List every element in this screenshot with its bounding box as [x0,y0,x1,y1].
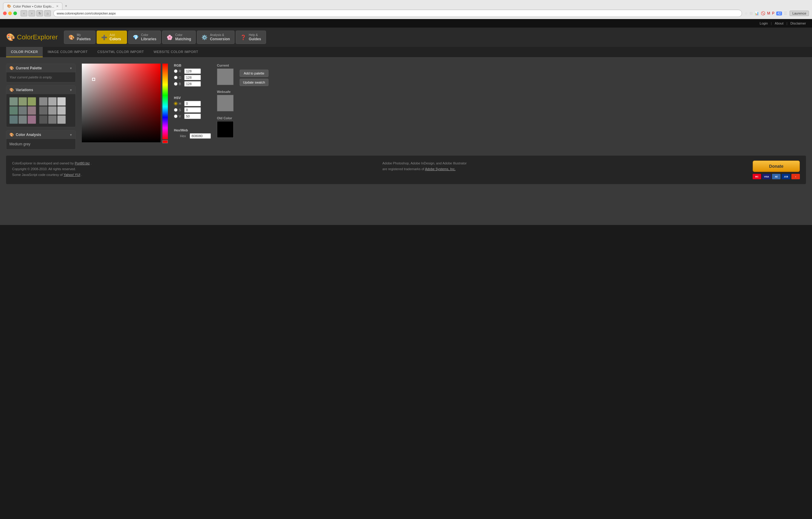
menu-icon[interactable]: ☰ [784,11,787,16]
bookmark-icon[interactable]: ☆ [745,11,748,16]
gmail-icon[interactable]: M [767,11,770,16]
palette-toggle-icon: ▼ [69,67,72,70]
hsv-s-input[interactable] [184,107,201,113]
current-swatch-box [217,68,234,85]
swatch-item[interactable] [48,97,57,106]
hsv-v-input[interactable] [184,114,201,119]
footer-text-1: ColorExplorer is developed and owned by … [12,160,370,178]
old-color-swatch-label: Old Color [217,116,234,120]
extension-badge[interactable]: 42 [776,11,782,16]
hex-section: Hex/Web Hex [174,128,211,140]
swatch-item[interactable] [28,115,36,124]
nav-my-palettes[interactable]: 🎨 My Palettes [64,31,95,44]
swatch-item[interactable] [9,115,18,124]
swatch-item[interactable] [48,115,57,124]
nav-analysis-conversion[interactable]: ⚙️ Analysis & Conversion [197,31,234,44]
color-analysis-header[interactable]: 🎨 Color Analysis ▼ [6,130,76,139]
swatch-item[interactable] [57,97,66,106]
address-bar[interactable]: www.colorexplorer.com/colorpicker.aspx [53,10,742,17]
pinterest-icon[interactable]: P [772,11,775,16]
close-window-button[interactable] [3,11,7,15]
swatch-item[interactable] [48,106,57,115]
rgb-r-radio[interactable] [174,69,178,73]
hsv-h-row: H [174,101,211,106]
swatch-item[interactable] [57,115,66,124]
rgb-b-input[interactable] [184,81,201,87]
swatch-item[interactable] [9,106,18,115]
hex-input[interactable] [190,133,211,139]
jcb-icon: JCB [782,174,790,179]
new-tab-button[interactable]: + [62,2,70,10]
swatch-item[interactable] [39,97,48,106]
palette-icon: 🎨 [9,66,14,70]
color-analysis-text: Medium grey [9,142,72,146]
maximize-window-button[interactable] [13,11,17,15]
hsv-v-radio[interactable] [174,115,178,118]
back-button[interactable]: ‹ [21,10,27,17]
block-icon[interactable]: 🚫 [761,11,765,16]
home-button[interactable]: ⌂ [44,10,51,17]
about-link[interactable]: About [775,22,784,25]
donate-button[interactable]: Donate [753,160,800,172]
layers-icon[interactable]: ⊟ [750,11,753,16]
swatch-item[interactable] [57,106,66,115]
tab-color-picker[interactable]: COLOR PICKER [6,47,43,57]
disclaimer-link[interactable]: Disclaimer [790,22,806,25]
swatch-item[interactable] [28,106,36,115]
swatch-item[interactable] [19,115,27,124]
rgb-b-key: B [179,82,183,86]
swatch-item[interactable] [39,106,48,115]
swatch-item[interactable] [19,97,27,106]
nav-color-matching[interactable]: 🌸 Color Matching [162,31,196,44]
minimize-window-button[interactable] [8,11,12,15]
rgb-g-input[interactable] [184,75,201,80]
color-picker-square[interactable] [82,64,161,142]
color-analysis-title: Color Analysis [16,133,41,137]
rgb-r-input[interactable] [184,68,201,74]
yahoo-yui-link[interactable]: Yahoo! YUI [64,173,80,177]
nav-add-colors[interactable]: ➕ Add Colors [97,31,127,44]
swatch-item[interactable] [9,97,18,106]
nav-help-guides[interactable]: ❓ Help & Guides [236,31,266,44]
tab-close-icon[interactable]: ✕ [56,4,58,8]
hsv-v-key: V [179,115,183,118]
nav-color-libraries[interactable]: 💎 Color Libraries [128,31,161,44]
hsv-s-radio[interactable] [174,108,178,112]
logo-text: ColorExplorer [17,33,58,41]
current-palette-section: 🎨 Current Palette ▼ Your current palette… [6,64,76,82]
swatch-item[interactable] [19,106,27,115]
hsv-h-input[interactable] [184,101,201,106]
right-column: RGB R G B [174,64,268,150]
login-link[interactable]: Login [760,22,768,25]
mastercard-icon: MC [753,174,761,179]
left-panel: 🎨 Current Palette ▼ Your current palette… [6,64,76,150]
spectrum-bar[interactable] [163,64,168,139]
refresh-button[interactable]: ↻ [36,10,43,17]
forward-button[interactable]: › [28,10,35,17]
swatch-item[interactable] [39,115,48,124]
tab-icon: 🎨 [7,4,11,8]
browser-tab[interactable]: 🎨 Color Picker • Color Explo... ✕ [3,2,62,10]
hsv-v-row: V [174,114,211,119]
variations-header[interactable]: 🎨 Variations ▼ [6,86,76,94]
current-palette-header[interactable]: 🎨 Current Palette ▼ [6,64,76,72]
hsv-section: HSV H S V [174,96,211,120]
header: 🎨 ColorExplorer 🎨 My Palettes ➕ Add Colo… [0,28,812,47]
add-to-palette-button[interactable]: Add to palette [240,70,268,77]
swatch-column: Current Websafe Old Color [217,64,234,150]
analytics-icon[interactable]: 📊 [754,11,759,16]
swatch-item[interactable] [28,97,36,106]
tab-css-html-color-import[interactable]: CSS/HTML COLOR IMPORT [92,47,149,57]
port80-link[interactable]: Port80.biz [75,161,90,165]
donate-label: Donate [769,164,783,169]
adobe-link[interactable]: Adobe Systems, Inc. [425,167,456,171]
tab-image-color-import[interactable]: IMAGE COLOR IMPORT [43,47,92,57]
color-matching-icon: 🌸 [167,34,173,40]
tab-website-color-import[interactable]: WEBSITE COLOR IMPORT [149,47,203,57]
websafe-swatch-row: Websafe [217,90,234,112]
hsv-h-radio[interactable] [174,102,178,105]
update-swatch-button[interactable]: Update swatch [240,79,268,86]
rgb-g-radio[interactable] [174,76,178,79]
rgb-b-radio[interactable] [174,82,178,86]
rgb-g-row: G [174,75,211,80]
